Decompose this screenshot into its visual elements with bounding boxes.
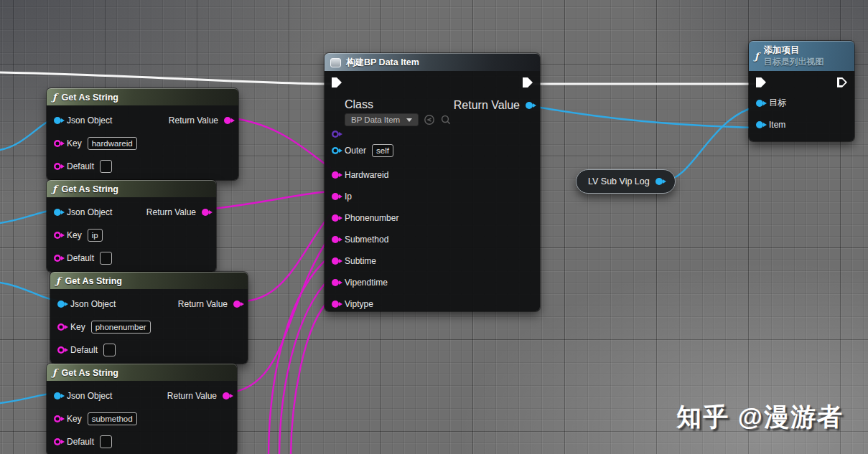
json-object-label: Json Object <box>67 207 112 217</box>
return-value-pin[interactable] <box>202 209 209 216</box>
return-value-pin[interactable] <box>233 301 241 308</box>
vipendtime-label: Vipendtime <box>345 278 388 288</box>
key-pin[interactable] <box>54 140 61 147</box>
phonenumber-pin[interactable] <box>332 214 339 222</box>
key-pin[interactable] <box>57 323 65 331</box>
json-object-label: Json Object <box>67 391 112 401</box>
function-icon: ƒ <box>56 276 60 285</box>
node-header[interactable]: ƒ Get As String <box>47 364 237 381</box>
wire-exec-in[interactable] <box>0 72 332 84</box>
ip-pin[interactable] <box>332 193 339 200</box>
target-pin[interactable] <box>756 100 763 107</box>
hardwareid-label: Hardwareid <box>345 170 388 180</box>
node-get-as-string-ip[interactable]: ƒ Get As String Json Object Return Value… <box>47 180 216 272</box>
return-value-pin[interactable] <box>224 117 231 124</box>
json-object-pin[interactable] <box>54 392 61 399</box>
viptype-pin[interactable] <box>332 301 339 308</box>
return-value-pin[interactable] <box>526 102 533 109</box>
submethod-label: Submethod <box>345 235 388 245</box>
exec-out-pin[interactable] <box>837 77 847 88</box>
key-label: Key <box>67 230 82 240</box>
node-header[interactable]: ƒ Get As String <box>50 272 248 289</box>
class-label: Class <box>345 98 452 111</box>
json-object-pin[interactable] <box>57 301 65 308</box>
subtime-pin[interactable] <box>332 257 339 265</box>
search-icon[interactable] <box>440 114 452 126</box>
wire-return-ip[interactable] <box>205 191 330 209</box>
outer-label: Outer <box>345 146 366 156</box>
node-header[interactable]: 构建BP Data Item <box>325 53 540 71</box>
key-pin[interactable] <box>54 415 61 422</box>
node-get-as-string-hardwareid[interactable]: ƒ Get As String Json Object Return Value… <box>47 88 238 180</box>
json-object-label: Json Object <box>70 299 116 309</box>
default-pin[interactable] <box>54 163 61 170</box>
key-input[interactable]: ip <box>88 229 103 242</box>
node-construct-bp-data-item[interactable]: 构建BP Data Item Class BP Data Item <box>325 53 540 311</box>
class-dropdown[interactable]: BP Data Item <box>345 113 419 126</box>
node-subtitle: 目标是列出视图 <box>764 57 824 67</box>
chevron-down-icon <box>406 118 412 122</box>
node-get-as-string-phonenumber[interactable]: ƒ Get As String Json Object Return Value… <box>50 272 248 364</box>
json-object-pin[interactable] <box>54 117 61 124</box>
subtime-label: Subtime <box>345 256 376 266</box>
struct-icon <box>330 58 341 67</box>
node-title: Get As String <box>62 93 118 103</box>
default-pin[interactable] <box>54 255 61 262</box>
exec-out-pin[interactable] <box>523 77 533 88</box>
return-value-label: Return Value <box>167 391 217 401</box>
variable-output-pin[interactable] <box>655 178 663 185</box>
key-input[interactable]: phonenumber <box>91 321 151 334</box>
node-get-as-string-submethod[interactable]: ƒ Get As String Json Object Return Value… <box>47 364 237 454</box>
default-pin[interactable] <box>57 346 65 354</box>
vipendtime-pin[interactable] <box>332 279 339 286</box>
node-header[interactable]: ƒ Get As String <box>47 88 238 105</box>
key-label: Key <box>67 414 82 424</box>
phonenumber-label: Phonenumber <box>345 213 398 223</box>
node-title: 添加项目 <box>764 45 824 57</box>
default-input[interactable] <box>100 435 112 448</box>
default-input[interactable] <box>103 344 116 356</box>
function-icon: ƒ <box>52 184 57 194</box>
outer-input[interactable]: self <box>372 144 393 157</box>
exec-in-pin[interactable] <box>756 77 766 88</box>
node-header[interactable]: ƒ 添加项目 目标是列出视图 <box>749 41 854 71</box>
class-pin[interactable] <box>332 131 339 138</box>
node-add-item[interactable]: ƒ 添加项目 目标是列出视图 目标 Item <box>749 41 854 141</box>
node-title: Get As String <box>62 368 118 378</box>
json-object-pin[interactable] <box>54 209 61 216</box>
zhihu-watermark: 知乎 @漫游者 <box>676 400 844 434</box>
node-header[interactable]: ƒ Get As String <box>47 180 216 197</box>
node-title: Get As String <box>62 184 118 194</box>
key-pin[interactable] <box>54 232 61 239</box>
default-label: Default <box>67 253 94 263</box>
json-object-label: Json Object <box>67 115 112 126</box>
wire-lvsubviplog-to-target[interactable] <box>663 107 755 181</box>
node-title: Get As String <box>65 276 122 286</box>
node-title: 构建BP Data Item <box>346 57 419 69</box>
target-label: 目标 <box>769 97 786 109</box>
function-icon: ƒ <box>52 368 57 377</box>
outer-pin[interactable] <box>332 147 339 154</box>
key-input[interactable]: submethod <box>88 412 137 425</box>
default-pin[interactable] <box>54 438 61 445</box>
item-pin[interactable] <box>756 121 763 128</box>
hardwareid-pin[interactable] <box>332 171 339 179</box>
wire-return-hardwareid[interactable] <box>228 118 330 168</box>
node-lv-sub-vip-log[interactable]: LV Sub Vip Log <box>576 169 676 194</box>
submethod-pin[interactable] <box>332 236 339 243</box>
default-label: Default <box>67 161 94 171</box>
wire-viptype[interactable] <box>291 299 330 454</box>
wire-vipendtime[interactable] <box>279 278 330 454</box>
return-value-label: Return Value <box>169 115 218 126</box>
reset-to-default-icon[interactable] <box>424 114 435 126</box>
default-input[interactable] <box>100 252 112 265</box>
default-label: Default <box>67 437 94 447</box>
return-value-label: Return Value <box>146 207 196 217</box>
return-value-pin[interactable] <box>223 392 230 399</box>
default-input[interactable] <box>100 160 112 173</box>
exec-in-pin[interactable] <box>332 77 342 88</box>
item-label: Item <box>769 120 785 130</box>
wire-return-value-to-item[interactable] <box>533 106 755 128</box>
key-input[interactable]: hardwareid <box>88 137 137 150</box>
blueprint-graph-canvas[interactable]: ƒ Get As String Json Object Return Value… <box>0 0 868 454</box>
